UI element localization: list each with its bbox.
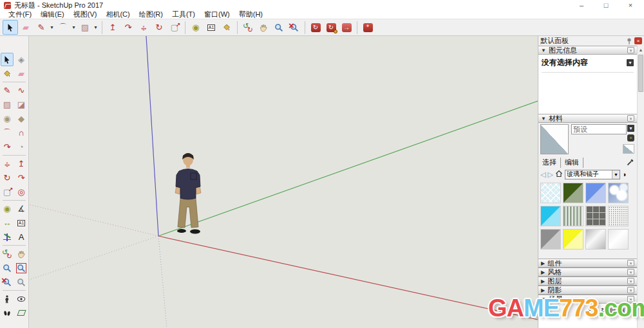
- extension-warehouse-tool[interactable]: *: [360, 20, 375, 35]
- panel-scrollbar[interactable]: ▲: [637, 46, 644, 328]
- close-button[interactable]: ×: [618, 0, 643, 10]
- follow-me-tool[interactable]: ↷: [15, 171, 28, 185]
- push-pull-tool[interactable]: ↥: [105, 20, 120, 35]
- text-tool[interactable]: A1: [15, 216, 28, 230]
- menu-tools[interactable]: 工具(T): [167, 10, 200, 19]
- entity-info-header[interactable]: ▼ 图元信息 ×: [538, 46, 637, 55]
- eraser-tool[interactable]: ▰: [18, 20, 33, 35]
- get-models-tool[interactable]: ↻: [308, 20, 323, 35]
- line-tool[interactable]: ✎: [33, 20, 49, 35]
- pin-icon[interactable]: [625, 37, 633, 45]
- panel-components-close-button[interactable]: ×: [627, 260, 634, 266]
- rotated-rectangle-tool[interactable]: ◪: [15, 98, 28, 111]
- forward-arrow-icon[interactable]: ▷: [547, 170, 553, 179]
- rectangle-tool[interactable]: ▨: [1, 98, 14, 111]
- back-arrow-icon[interactable]: ◁: [540, 170, 545, 179]
- menu-view[interactable]: 视图(V): [69, 10, 102, 19]
- tape-measure-tool[interactable]: ◉: [1, 202, 14, 215]
- collection-dropdown[interactable]: 玻璃和镜子 ▼: [565, 170, 620, 179]
- menu-file[interactable]: 文件(F): [4, 10, 36, 19]
- 3d-text-tool[interactable]: A: [15, 230, 28, 244]
- menu-draw[interactable]: 绘图(R): [135, 10, 167, 19]
- default-material-swatch[interactable]: [623, 144, 634, 154]
- tab-select[interactable]: 选择: [541, 158, 561, 168]
- line-dropdown-icon[interactable]: ▾: [49, 24, 55, 30]
- material-swatch-mirror[interactable]: [585, 229, 606, 250]
- zoom-extents-tool[interactable]: ×: [287, 20, 302, 35]
- material-swatch-glass-clear[interactable]: [608, 229, 629, 250]
- material-swatch-glass-block[interactable]: [585, 206, 606, 226]
- two-point-arc-tool[interactable]: ∩: [15, 126, 28, 140]
- arc-tool[interactable]: ⌒: [1, 126, 14, 140]
- material-swatch-glass-gray[interactable]: [540, 229, 561, 250]
- line-tool[interactable]: ✎: [1, 84, 14, 97]
- orbit-tool[interactable]: ↺↻: [1, 247, 14, 260]
- toggle-details-icon[interactable]: ▾: [627, 59, 634, 66]
- paint-bucket-tool[interactable]: [219, 20, 234, 35]
- walk-tool[interactable]: [1, 306, 14, 320]
- panel-shadows-header[interactable]: ▶ 阴影 ×: [538, 286, 637, 295]
- paint-bucket-tool[interactable]: [1, 67, 14, 80]
- rectangle-tool[interactable]: ▨: [77, 20, 93, 35]
- text-tool[interactable]: A1: [204, 20, 219, 35]
- materials-close-button[interactable]: ×: [627, 115, 634, 122]
- create-material-icon[interactable]: +: [627, 134, 634, 141]
- axes-tool[interactable]: [1, 230, 14, 244]
- share-model-tool[interactable]: ↻: [323, 20, 339, 35]
- material-swatch-glass-yellow[interactable]: [563, 229, 583, 250]
- rectangle-dropdown-icon[interactable]: ▾: [93, 24, 99, 30]
- materials-header[interactable]: ▼ 材料 ×: [538, 114, 637, 123]
- maximize-button[interactable]: □: [594, 0, 618, 10]
- material-name-input[interactable]: [571, 124, 627, 134]
- zoom-tool[interactable]: [271, 20, 287, 35]
- pan-tool[interactable]: [256, 20, 271, 35]
- eraser-tool[interactable]: ▰: [15, 67, 28, 80]
- arc-tool[interactable]: ⌒: [55, 20, 71, 35]
- pan-tool[interactable]: [15, 247, 28, 260]
- arc-dropdown-icon[interactable]: ▾: [71, 24, 77, 30]
- move-tool[interactable]: ↔↕: [1, 157, 14, 170]
- circle-tool[interactable]: ◉: [1, 112, 14, 125]
- zoom-tool[interactable]: [1, 261, 14, 275]
- section-plane-tool[interactable]: [15, 306, 28, 320]
- tab-edit[interactable]: 编辑: [561, 158, 583, 168]
- rotate-tool[interactable]: ↻: [1, 171, 14, 185]
- pie-tool[interactable]: ◔: [15, 140, 28, 154]
- model-viewport[interactable]: [29, 36, 538, 328]
- scroll-up-icon[interactable]: ▲: [638, 46, 644, 53]
- panel-layers-close-button[interactable]: ×: [627, 278, 634, 284]
- orbit-tool[interactable]: ↺↻: [240, 20, 256, 35]
- move-tool[interactable]: ↔↕: [136, 20, 151, 35]
- display-pane-icon[interactable]: ▾: [627, 125, 634, 132]
- panel-styles-close-button[interactable]: ×: [627, 269, 634, 275]
- select-tool[interactable]: [3, 20, 18, 35]
- tape-measure-tool[interactable]: ◉: [188, 20, 204, 35]
- previous-tool[interactable]: [15, 275, 28, 289]
- make-component-tool[interactable]: ◈: [15, 53, 28, 66]
- offset-tool[interactable]: ◎: [15, 185, 28, 199]
- home-icon[interactable]: [555, 170, 563, 179]
- material-swatch-glass-sky-reflection[interactable]: [608, 183, 629, 203]
- material-swatch-glass-lattice[interactable]: [540, 183, 561, 203]
- scale-tool[interactable]: ▢↗: [1, 185, 14, 199]
- material-swatch-glass-fluted[interactable]: [563, 206, 583, 226]
- share-component-tool[interactable]: →: [339, 20, 354, 35]
- panel-components-header[interactable]: ▶ 组件 ×: [538, 259, 637, 268]
- panel-styles-header[interactable]: ▶ 风格 ×: [538, 268, 637, 277]
- tray-close-button[interactable]: ×: [634, 37, 642, 44]
- protractor-tool[interactable]: ∡: [15, 202, 28, 215]
- scale-tool[interactable]: ▢↗: [167, 20, 182, 35]
- secondary-pane-icon[interactable]: ◗: [623, 170, 627, 178]
- entity-info-close-button[interactable]: ×: [627, 47, 634, 53]
- polygon-tool[interactable]: ◆: [15, 112, 28, 125]
- material-swatch-glass-dark-green[interactable]: [563, 183, 583, 203]
- follow-me-tool[interactable]: ↷: [120, 20, 136, 35]
- panel-layers-header[interactable]: ▶ 图层 ×: [538, 277, 637, 286]
- look-around-tool[interactable]: [15, 292, 28, 305]
- dropdown-arrow-icon[interactable]: ▼: [612, 170, 620, 179]
- sample-paint-icon[interactable]: [626, 158, 634, 168]
- dimension-tool[interactable]: ↔: [1, 216, 14, 230]
- material-swatch-glass-blue[interactable]: [585, 183, 606, 203]
- zoom-extents-tool[interactable]: ×: [1, 275, 14, 289]
- push-pull-tool[interactable]: ↥: [15, 157, 28, 170]
